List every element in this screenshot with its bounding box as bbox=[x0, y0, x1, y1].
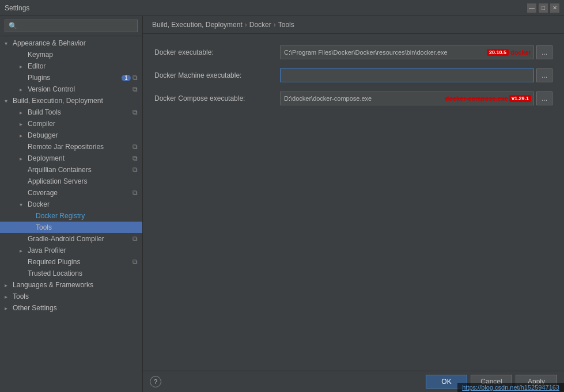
minimize-button[interactable]: — bbox=[527, 3, 536, 13]
search-box bbox=[0, 16, 142, 36]
docker-machine-browse-button[interactable]: ... bbox=[536, 68, 552, 82]
cov-badge-container: ⧉ bbox=[133, 189, 138, 197]
copy-icon: ⧉ bbox=[133, 143, 138, 151]
sidebar-item-remote-jar[interactable]: Remote Jar Repositories ⧉ bbox=[0, 141, 142, 153]
chevron-right-icon: ▸ bbox=[20, 155, 28, 162]
docker-compose-browse-button[interactable]: ... bbox=[536, 92, 552, 105]
sidebar-item-build-tools[interactable]: ▸ Build Tools ⧉ bbox=[0, 106, 142, 118]
docker-machine-field-container: ... bbox=[280, 68, 552, 82]
sidebar-item-docker-registry[interactable]: Docker Registry bbox=[0, 210, 142, 222]
chevron-down-icon: ▾ bbox=[20, 201, 28, 208]
sidebar-item-coverage[interactable]: Coverage ⧉ bbox=[0, 187, 142, 199]
chevron-right-icon: ▸ bbox=[20, 109, 28, 116]
docker-executable-input[interactable]: C:\Program Files\Docker\Docker\resources… bbox=[280, 45, 534, 59]
bottom-bar: ? OK Cancel Apply bbox=[143, 371, 564, 392]
sidebar-item-java-profiler[interactable]: ▸ Java Profiler bbox=[0, 245, 142, 256]
form-area: Docker executable: C:\Program Files\Dock… bbox=[143, 34, 564, 371]
docker-compose-field-container: D:\docker\docker-compose.exe docker-comp… bbox=[280, 92, 552, 105]
sidebar-item-version-control[interactable]: ▸ Version Control ⧉ bbox=[0, 83, 142, 95]
close-button[interactable]: ✕ bbox=[550, 3, 559, 13]
docker-executable-browse-button[interactable]: ... bbox=[536, 45, 552, 59]
sidebar-item-label: Tools bbox=[13, 292, 29, 300]
docker-machine-input[interactable] bbox=[280, 68, 534, 82]
sidebar-item-label: Java Profiler bbox=[28, 246, 66, 254]
chevron-down-icon: ▾ bbox=[5, 40, 13, 47]
breadcrumb-sep-2: › bbox=[274, 21, 276, 29]
window-controls: — □ ✕ bbox=[527, 3, 559, 13]
sidebar-item-required-plugins[interactable]: Required Plugins ⧉ bbox=[0, 256, 142, 268]
docker-compose-badge-container: docker-compose.exe v1.29.1 bbox=[445, 95, 531, 102]
chevron-right-icon: ▸ bbox=[5, 294, 13, 300]
chevron-down-icon: ▾ bbox=[5, 98, 13, 104]
sidebar-item-label: Tools bbox=[36, 223, 52, 231]
sidebar-item-gradle-android[interactable]: Gradle-Android Compiler ⧉ bbox=[0, 233, 142, 245]
docker-version-badge: 20.10.5 bbox=[487, 49, 509, 56]
breadcrumb-part-2: Docker bbox=[249, 21, 271, 29]
vc-badge-container: ⧉ bbox=[133, 85, 138, 93]
sidebar-item-tools[interactable]: Tools bbox=[0, 222, 142, 233]
sidebar-item-appearance[interactable]: ▾ Appearance & Behavior bbox=[0, 37, 142, 49]
sidebar-item-trusted-locations[interactable]: Trusted Locations bbox=[0, 268, 142, 279]
sidebar-item-label: Languages & Frameworks bbox=[13, 281, 93, 289]
chevron-right-icon: ▸ bbox=[20, 248, 28, 254]
breadcrumb-part-1: Build, Execution, Deployment bbox=[152, 21, 243, 29]
sidebar-item-label: Arquillian Containers bbox=[28, 166, 92, 174]
docker-compose-input[interactable]: D:\docker\docker-compose.exe docker-comp… bbox=[280, 92, 534, 105]
docker-compose-label: Docker Compose executable: bbox=[154, 94, 275, 102]
sidebar-item-label: Build Tools bbox=[28, 108, 61, 116]
sidebar-item-label: Docker Registry bbox=[36, 212, 85, 220]
form-row-docker-compose: Docker Compose executable: D:\docker\doc… bbox=[154, 92, 552, 105]
chevron-right-icon: ▸ bbox=[20, 86, 28, 93]
docker-compose-version-badge: v1.29.1 bbox=[509, 95, 531, 102]
sidebar-item-label: Docker bbox=[28, 200, 50, 208]
help-button[interactable]: ? bbox=[150, 376, 161, 387]
sidebar-item-label: Appearance & Behavior bbox=[13, 39, 86, 47]
content-area: Build, Execution, Deployment › Docker › … bbox=[143, 16, 564, 392]
sidebar-item-keymap[interactable]: Keymap bbox=[0, 49, 142, 60]
docker-version-badge-container: 20.10.5 docker bbox=[487, 49, 531, 56]
plugins-badge-container: 1 ⧉ bbox=[122, 74, 138, 82]
sidebar-item-label: Debugger bbox=[28, 131, 58, 139]
form-row-docker-machine: Docker Machine executable: ... bbox=[154, 68, 552, 82]
sidebar-item-label: Application Servers bbox=[28, 177, 87, 185]
sidebar-item-arquillian[interactable]: Arquillian Containers ⧉ bbox=[0, 164, 142, 176]
cancel-button[interactable]: Cancel bbox=[471, 375, 512, 389]
sidebar-item-debugger[interactable]: ▸ Debugger bbox=[0, 130, 142, 141]
breadcrumb-sep-1: › bbox=[245, 21, 247, 29]
sidebar-item-tools-top[interactable]: ▸ Tools bbox=[0, 291, 142, 302]
sidebar-item-label: Keymap bbox=[28, 51, 53, 59]
sidebar-item-other-settings[interactable]: ▸ Other Settings bbox=[0, 302, 142, 314]
docker-machine-label: Docker Machine executable: bbox=[154, 71, 275, 79]
maximize-button[interactable]: □ bbox=[539, 3, 548, 13]
copy-icon: ⧉ bbox=[133, 85, 138, 93]
nav-tree: ▾ Appearance & Behavior Keymap ▸ Editor … bbox=[0, 36, 142, 392]
sidebar-item-label: Coverage bbox=[28, 189, 58, 197]
sidebar-item-label: Remote Jar Repositories bbox=[28, 143, 104, 151]
docker-label-badge: docker bbox=[510, 49, 531, 56]
copy-icon: ⧉ bbox=[133, 154, 138, 162]
sidebar-item-label: Other Settings bbox=[13, 304, 57, 312]
copy-icon: ⧉ bbox=[133, 166, 138, 174]
dep-badge-container: ⧉ bbox=[133, 154, 138, 162]
bottom-left: ? bbox=[150, 376, 161, 387]
sidebar-item-label: Editor bbox=[28, 62, 46, 70]
sidebar-item-label: Build, Execution, Deployment bbox=[13, 97, 103, 105]
sidebar-item-app-servers[interactable]: Application Servers bbox=[0, 176, 142, 187]
apply-button[interactable]: Apply bbox=[516, 375, 557, 389]
sidebar-item-label: Plugins bbox=[28, 74, 50, 82]
sidebar-item-deployment[interactable]: ▸ Deployment ⧉ bbox=[0, 153, 142, 164]
bt-badge-container: ⧉ bbox=[133, 108, 138, 116]
sidebar-item-languages-frameworks[interactable]: ▸ Languages & Frameworks bbox=[0, 279, 142, 291]
copy-icon: ⧉ bbox=[133, 235, 138, 243]
chevron-right-icon: ▸ bbox=[5, 282, 13, 288]
docker-executable-field-container: C:\Program Files\Docker\Docker\resources… bbox=[280, 45, 552, 59]
sidebar-item-build-exec-deploy[interactable]: ▾ Build, Execution, Deployment bbox=[0, 95, 142, 106]
sidebar-item-compiler[interactable]: ▸ Compiler bbox=[0, 118, 142, 130]
sidebar-item-editor[interactable]: ▸ Editor bbox=[0, 60, 142, 72]
sidebar-item-plugins[interactable]: Plugins 1 ⧉ bbox=[0, 72, 142, 83]
ok-button[interactable]: OK bbox=[426, 375, 467, 389]
window-title: Settings bbox=[5, 4, 29, 12]
sidebar-item-label: Deployment bbox=[28, 154, 65, 162]
search-input[interactable] bbox=[5, 20, 138, 32]
sidebar-item-docker[interactable]: ▾ Docker bbox=[0, 199, 142, 210]
